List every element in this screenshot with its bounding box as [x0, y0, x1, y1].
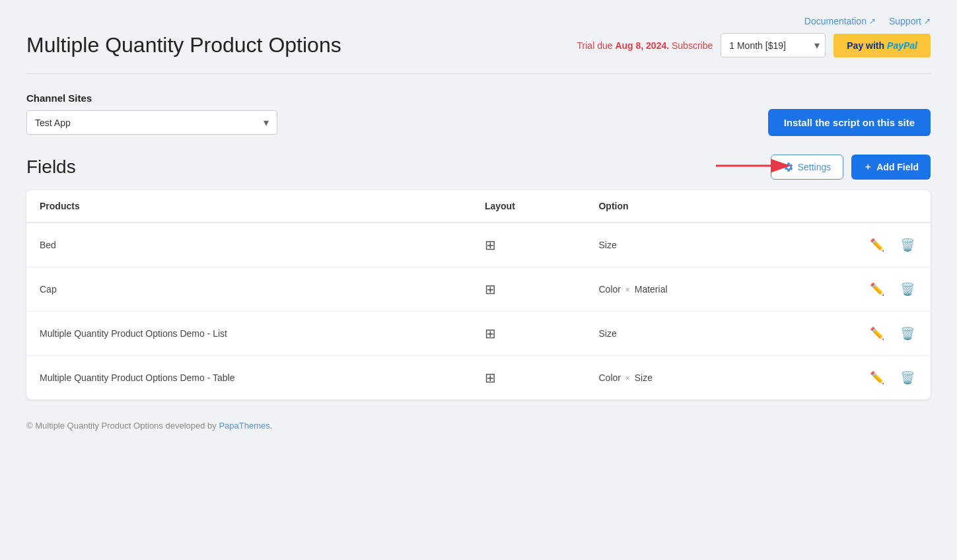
documentation-label: Documentation	[804, 16, 867, 26]
layout-icon-cell: ⊞	[472, 312, 586, 356]
option-cell: Color × Material	[585, 267, 776, 312]
product-name: Multiple Quantity Product Options Demo -…	[26, 312, 472, 356]
delete-button[interactable]: 🗑️	[898, 279, 917, 299]
layout-icon-cell: ⊞	[472, 267, 586, 312]
layout-icon-cell: ⊞	[472, 223, 586, 267]
add-field-icon: ＋	[863, 161, 872, 173]
external-icon-doc: ↗	[869, 17, 876, 26]
header-divider	[26, 73, 931, 74]
option-cell: Size	[585, 312, 776, 356]
plan-select-arrow-icon: ▾	[809, 34, 825, 57]
add-field-button[interactable]: ＋ Add Field	[851, 155, 931, 180]
option-separator: ×	[625, 285, 630, 295]
action-cell: ✏️ 🗑️	[777, 267, 931, 312]
delete-button[interactable]: 🗑️	[898, 235, 917, 255]
settings-btn-label: Settings	[798, 162, 832, 172]
plan-selector-wrapper: 1 Month [$19] 3 Months [$49] 12 Months […	[721, 33, 826, 57]
action-cell: ✏️ 🗑️	[777, 223, 931, 267]
footer: © Multiple Quantity Product Options deve…	[26, 421, 931, 431]
col-layout: Layout	[472, 190, 586, 223]
trial-info: Trial due Aug 8, 2024. Subscribe	[577, 40, 713, 51]
gear-icon	[783, 162, 794, 172]
col-actions	[777, 190, 931, 223]
table-row: Multiple Quantity Product Options Demo -…	[26, 312, 931, 356]
channel-select[interactable]: Test App	[35, 118, 264, 128]
subscribe-link[interactable]: Subscribe	[669, 40, 713, 51]
support-link[interactable]: Support ↗	[889, 16, 931, 26]
option-cell: Size	[585, 223, 776, 267]
grid-layout-icon: ⊞	[485, 282, 496, 297]
action-cell: ✏️ 🗑️	[777, 312, 931, 356]
table-row: Bed ⊞ Size ✏️ 🗑️	[26, 223, 931, 267]
list-layout-icon: ⊞	[485, 326, 496, 341]
table-row: Multiple Quantity Product Options Demo -…	[26, 356, 931, 400]
documentation-link[interactable]: Documentation ↗	[804, 16, 876, 26]
add-field-label: Add Field	[876, 162, 919, 172]
channel-select-arrow-icon: ▾	[264, 116, 269, 129]
fields-table: Products Layout Option Bed ⊞ Size	[26, 190, 931, 400]
option-separator: ×	[625, 374, 630, 383]
col-option: Option	[585, 190, 776, 223]
action-cell: ✏️ 🗑️	[777, 356, 931, 400]
delete-button[interactable]: 🗑️	[898, 368, 917, 388]
page-title: Multiple Quantity Product Options	[26, 33, 341, 57]
footer-suffix: .	[270, 421, 273, 431]
col-products: Products	[26, 190, 472, 223]
install-script-button[interactable]: Install the script on this site	[768, 109, 931, 136]
paypal-brand: PayPal	[887, 40, 917, 51]
option-cell: Color × Size	[585, 356, 776, 400]
footer-text: © Multiple Quantity Product Options deve…	[26, 421, 219, 431]
fields-table-container: Products Layout Option Bed ⊞ Size	[26, 190, 931, 400]
external-icon-support: ↗	[924, 17, 931, 26]
product-name: Multiple Quantity Product Options Demo -…	[26, 356, 472, 400]
plan-select[interactable]: 1 Month [$19] 3 Months [$49] 12 Months […	[721, 35, 809, 56]
delete-button[interactable]: 🗑️	[898, 324, 917, 343]
layout-icon-cell: ⊞	[472, 356, 586, 400]
edit-button[interactable]: ✏️	[867, 324, 887, 343]
edit-button[interactable]: ✏️	[867, 235, 887, 255]
paypal-prefix: Pay with	[847, 40, 884, 51]
settings-button[interactable]: Settings	[771, 155, 844, 180]
table-row: Cap ⊞ Color × Material ✏️ 🗑️	[26, 267, 931, 312]
edit-button[interactable]: ✏️	[867, 279, 887, 299]
channel-sites-label: Channel Sites	[26, 92, 931, 104]
list-layout-icon: ⊞	[485, 238, 496, 252]
product-name: Bed	[26, 223, 472, 267]
product-name: Cap	[26, 267, 472, 312]
grid-layout-icon: ⊞	[485, 370, 496, 385]
edit-button[interactable]: ✏️	[867, 368, 887, 388]
papathemes-link[interactable]: PapaThemes	[219, 421, 269, 431]
support-label: Support	[889, 16, 921, 26]
fields-title: Fields	[26, 157, 76, 178]
channel-select-wrapper[interactable]: Test App ▾	[26, 110, 277, 135]
paypal-button[interactable]: Pay with PayPal	[833, 34, 931, 57]
